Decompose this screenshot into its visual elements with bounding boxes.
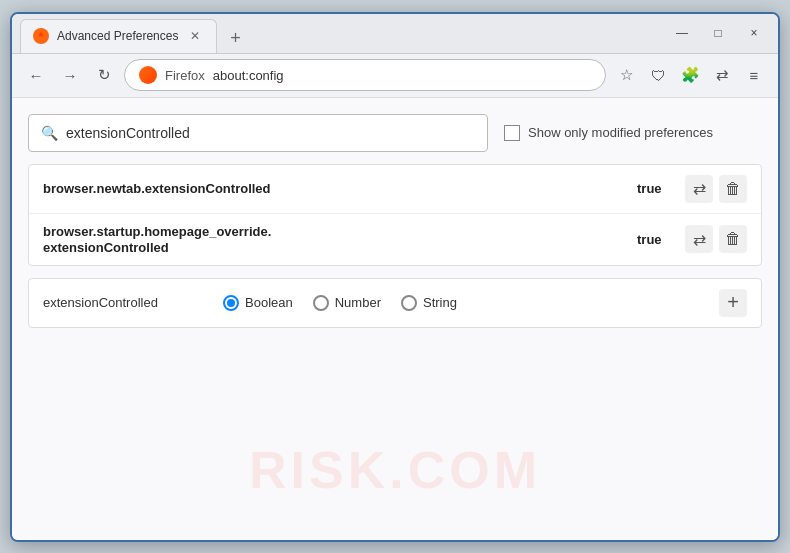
radio-boolean[interactable]: Boolean — [223, 295, 293, 311]
radio-number-circle[interactable] — [313, 295, 329, 311]
modified-only-checkbox[interactable] — [504, 125, 520, 141]
content-area: RISK.COM 🔍 Show only modified preference… — [12, 98, 778, 540]
search-input[interactable] — [66, 125, 475, 141]
delete-button-2[interactable]: 🗑 — [719, 225, 747, 253]
navigation-bar: ← → ↻ Firefox about:config ☆ 🛡 🧩 ⇄ ≡ — [12, 54, 778, 98]
radio-boolean-circle[interactable] — [223, 295, 239, 311]
tab-area: Advanced Preferences ✕ + — [20, 14, 666, 53]
table-row: browser.startup.homepage_override. exten… — [29, 214, 761, 265]
back-button[interactable]: ← — [22, 61, 50, 89]
radio-string-label: String — [423, 295, 457, 310]
search-icon: 🔍 — [41, 125, 58, 141]
title-bar: Advanced Preferences ✕ + — □ × — [12, 14, 778, 54]
toggle-button-1[interactable]: ⇄ — [685, 175, 713, 203]
sync-icon[interactable]: ⇄ — [708, 61, 736, 89]
browser-window: Advanced Preferences ✕ + — □ × ← → ↻ Fir… — [10, 12, 780, 542]
radio-number-label: Number — [335, 295, 381, 310]
reload-button[interactable]: ↻ — [90, 61, 118, 89]
nav-icons: ☆ 🛡 🧩 ⇄ ≡ — [612, 61, 768, 89]
preferences-table: browser.newtab.extensionControlled true … — [28, 164, 762, 266]
pref-actions-2: ⇄ 🗑 — [685, 225, 747, 253]
bookmark-icon[interactable]: ☆ — [612, 61, 640, 89]
delete-button-1[interactable]: 🗑 — [719, 175, 747, 203]
minimize-button[interactable]: — — [666, 19, 698, 47]
tab-favicon — [33, 28, 49, 44]
tab-title: Advanced Preferences — [57, 29, 178, 43]
watermark: RISK.COM — [249, 440, 541, 500]
forward-button[interactable]: → — [56, 61, 84, 89]
pref-name-1: browser.newtab.extensionControlled — [43, 181, 637, 196]
shield-icon[interactable]: 🛡 — [644, 61, 672, 89]
add-pref-button[interactable]: + — [719, 289, 747, 317]
window-controls: — □ × — [666, 19, 770, 47]
address-bar[interactable]: Firefox about:config — [124, 59, 606, 91]
firefox-label: Firefox — [165, 68, 205, 83]
maximize-button[interactable]: □ — [702, 19, 734, 47]
new-preference-row: extensionControlled Boolean Number Strin… — [28, 278, 762, 328]
pref-name-2-line1: browser.startup.homepage_override. — [43, 224, 637, 239]
search-box[interactable]: 🔍 — [28, 114, 488, 152]
pref-name-2: browser.startup.homepage_override. exten… — [43, 224, 637, 255]
pref-value-1: true — [637, 181, 677, 196]
firefox-logo — [139, 66, 157, 84]
table-row: browser.newtab.extensionControlled true … — [29, 165, 761, 214]
pref-actions-1: ⇄ 🗑 — [685, 175, 747, 203]
pref-name-2-line2: extensionControlled — [43, 240, 637, 255]
checkbox-label: Show only modified preferences — [528, 125, 713, 140]
pref-value-2: true — [637, 232, 677, 247]
tab-close-button[interactable]: ✕ — [186, 27, 204, 45]
close-button[interactable]: × — [738, 19, 770, 47]
radio-string-circle[interactable] — [401, 295, 417, 311]
checkbox-section: Show only modified preferences — [504, 125, 713, 141]
url-text: about:config — [213, 68, 284, 83]
radio-boolean-dot — [227, 299, 235, 307]
active-tab[interactable]: Advanced Preferences ✕ — [20, 19, 217, 53]
radio-string[interactable]: String — [401, 295, 457, 311]
menu-icon[interactable]: ≡ — [740, 61, 768, 89]
search-section: 🔍 Show only modified preferences — [28, 114, 762, 152]
toggle-button-2[interactable]: ⇄ — [685, 225, 713, 253]
extensions-icon[interactable]: 🧩 — [676, 61, 704, 89]
new-tab-button[interactable]: + — [221, 25, 249, 53]
new-pref-name: extensionControlled — [43, 295, 203, 310]
radio-group: Boolean Number String — [223, 295, 699, 311]
radio-boolean-label: Boolean — [245, 295, 293, 310]
radio-number[interactable]: Number — [313, 295, 381, 311]
